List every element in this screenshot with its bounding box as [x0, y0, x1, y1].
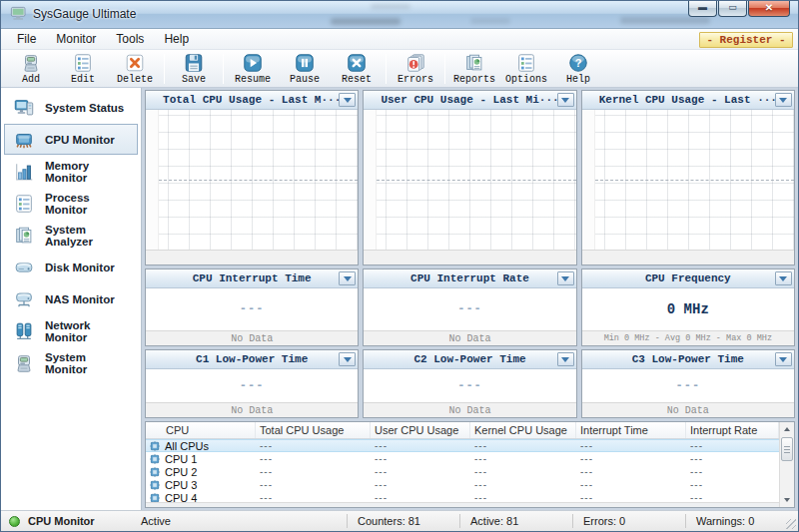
- column-header-user-cpu-usage[interactable]: User CPU Usage: [371, 422, 470, 438]
- panel-menu-button[interactable]: [557, 271, 574, 285]
- resize-grip[interactable]: [786, 519, 796, 529]
- table-row[interactable]: CPU 4---------------: [146, 491, 779, 502]
- panel-menu-button[interactable]: [775, 271, 792, 285]
- table-cell: ---: [686, 440, 779, 451]
- table-cell: ---: [256, 479, 371, 490]
- toolbar-button-edit[interactable]: Edit: [57, 51, 109, 87]
- panel-menu-button[interactable]: [339, 93, 356, 107]
- column-header-total-cpu-usage[interactable]: Total CPU Usage: [256, 422, 371, 438]
- column-header-interrupt-rate[interactable]: Interrupt Rate: [686, 422, 779, 438]
- chevron-down-icon: [344, 357, 352, 362]
- panel-menu-button[interactable]: [339, 271, 356, 285]
- chart-y-axis: [364, 110, 377, 250]
- close-button[interactable]: ✕: [748, 1, 790, 17]
- toolbar-button-resume[interactable]: Resume: [227, 51, 279, 87]
- toolbar-button-save[interactable]: Save: [168, 51, 220, 87]
- table-cell: ---: [470, 440, 576, 451]
- column-header-interrupt-time[interactable]: Interrupt Time: [576, 422, 686, 438]
- status-section-counters: Counters: 81: [347, 514, 459, 528]
- sidebar-item-disk-monitor[interactable]: Disk Monitor: [4, 252, 138, 282]
- toolbar-button-reset[interactable]: Reset: [331, 51, 383, 87]
- scroll-down-arrow-icon[interactable]: [781, 494, 793, 506]
- scrollbar-thumb[interactable]: [781, 437, 793, 461]
- table-horizontal-scrollbar[interactable]: [146, 502, 779, 507]
- panel-menu-button[interactable]: [557, 352, 574, 366]
- menu-file[interactable]: File: [7, 30, 46, 48]
- gauge-value: ---: [364, 288, 575, 330]
- toolbar-button-options[interactable]: Options: [500, 51, 552, 87]
- toolbar-button-help[interactable]: ?Help: [552, 51, 604, 87]
- toolbar-button-label: Errors: [398, 74, 433, 85]
- main-content: Total CPU Usage - Last M··· User CPU Usa…: [142, 88, 798, 510]
- maximize-button[interactable]: ▭: [718, 1, 747, 17]
- sidebar-item-process-monitor[interactable]: Process Monitor: [4, 188, 138, 219]
- toolbar-button-pause[interactable]: Pause: [279, 51, 331, 87]
- title-bar[interactable]: SysGauge Ultimate ▬ ▭ ✕: [1, 1, 798, 28]
- system-analyzer-icon: [12, 225, 36, 247]
- status-section-errors: Errors: 0: [572, 514, 685, 528]
- table-row[interactable]: All CPUs---------------: [146, 439, 779, 452]
- toolbar-button-reports[interactable]: Reports: [448, 51, 500, 87]
- chart-area: [146, 110, 358, 250]
- gauge-value: ---: [146, 288, 358, 330]
- sidebar-item-label: Memory Monitor: [45, 160, 130, 184]
- toolbar-button-label: Edit: [71, 74, 95, 85]
- gauge-value: ---: [146, 369, 358, 402]
- menu-tools[interactable]: Tools: [106, 30, 154, 48]
- panel-menu-button[interactable]: [339, 352, 356, 366]
- sidebar-item-system-monitor[interactable]: System Monitor: [4, 347, 138, 378]
- sidebar-item-cpu-monitor[interactable]: CPU Monitor: [4, 124, 138, 155]
- minimize-button[interactable]: ▬: [688, 1, 717, 17]
- chart-footer: [364, 250, 575, 265]
- panel-c1-low-power-time: C1 Low-Power Time --- No Data: [145, 349, 359, 418]
- table-cell: ---: [686, 453, 779, 464]
- sidebar-item-network-monitor[interactable]: Network Monitor: [4, 315, 138, 346]
- cpu-row-icon: [149, 453, 161, 465]
- save-icon: [183, 52, 205, 74]
- table-row[interactable]: CPU 1---------------: [146, 452, 779, 465]
- table-cell: ---: [576, 492, 686, 502]
- column-header-kernel-cpu-usage[interactable]: Kernel CPU Usage: [470, 422, 576, 438]
- register-button[interactable]: - Register -: [699, 32, 793, 48]
- table-row[interactable]: CPU 2---------------: [146, 465, 779, 478]
- column-header-cpu[interactable]: CPU: [146, 422, 256, 438]
- sidebar-item-label: System Status: [45, 102, 124, 114]
- table-cell: ---: [686, 479, 779, 490]
- toolbar-button-add[interactable]: Add: [5, 51, 57, 87]
- panel-title: CPU Interrupt Rate: [410, 272, 529, 284]
- panel-menu-button[interactable]: [557, 93, 574, 107]
- sidebar-item-memory-monitor[interactable]: Memory Monitor: [4, 156, 138, 187]
- panel-cpu-interrupt-rate: CPU Interrupt Rate --- No Data: [363, 268, 576, 346]
- sidebar-item-system-status[interactable]: System Status: [4, 92, 138, 123]
- sidebar-item-nas-monitor[interactable]: NAS Monitor: [4, 283, 138, 314]
- table-cell: ---: [470, 492, 576, 502]
- toolbar-button-delete[interactable]: Delete: [109, 51, 161, 87]
- status-section-active: Active: 81: [459, 514, 572, 528]
- panel-menu-button[interactable]: [775, 93, 792, 107]
- app-icon: [10, 6, 27, 21]
- table-vertical-scrollbar[interactable]: [779, 422, 794, 507]
- sidebar-item-system-analyzer[interactable]: System Analyzer: [4, 220, 138, 251]
- table-cell: ---: [576, 479, 686, 490]
- panel-title: CPU Frequency: [645, 272, 731, 284]
- titlebar-glass-artifact: [620, 17, 710, 24]
- toolbar-button-label: Help: [566, 74, 590, 85]
- menu-monitor[interactable]: Monitor: [46, 30, 106, 48]
- toolbar-button-errors[interactable]: Errors: [390, 51, 441, 87]
- menu-help[interactable]: Help: [154, 30, 199, 48]
- panel-cpu-frequency: CPU Frequency 0 MHz Min 0 MHz - Avg 0 MH…: [581, 268, 795, 346]
- table-cell: ---: [470, 479, 576, 490]
- chart-footer: [146, 250, 358, 265]
- chevron-down-icon: [779, 357, 787, 362]
- gauge-value: ---: [582, 369, 794, 402]
- chart-grid: [377, 110, 575, 250]
- table-row[interactable]: CPU 3---------------: [146, 478, 779, 491]
- reports-icon: [463, 52, 485, 74]
- table-cell: ---: [470, 453, 576, 464]
- panel-header: C3 Low-Power Time: [582, 350, 794, 369]
- table-cell: ---: [371, 453, 470, 464]
- panel-title: C3 Low-Power Time: [632, 353, 744, 365]
- toolbar-button-label: Reports: [453, 74, 495, 85]
- scroll-up-arrow-icon[interactable]: [781, 423, 793, 435]
- panel-menu-button[interactable]: [775, 352, 792, 366]
